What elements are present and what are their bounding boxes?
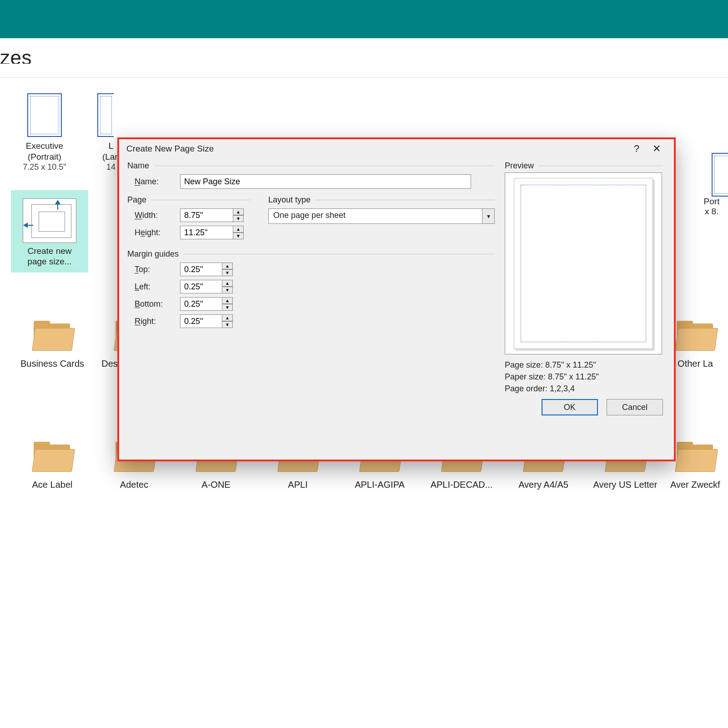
folder-icon [32,442,73,475]
left-label: Left: [135,282,174,292]
left-up[interactable]: ▲ [222,280,233,287]
template-label: Executive [15,141,74,152]
dialog-title: Create New Page Size [126,144,627,154]
preview-page [514,178,653,349]
page-section-title: Page [127,195,250,205]
folder-label: Aver Zweckfo [670,479,720,490]
preview-margin [521,185,646,342]
cancel-button[interactable]: Cancel [607,399,663,415]
height-down[interactable]: ▼ [233,233,244,239]
page-order-info: Page order: 1,2,3,4 [505,383,663,394]
layout-select[interactable]: One page per sheet ▾ [268,208,495,224]
template-cut-right[interactable]: Port x 8. [695,153,728,217]
bottom-down[interactable]: ▼ [222,304,233,311]
ribbon-bar [0,0,728,38]
height-up[interactable]: ▲ [233,226,244,233]
right-label: Right: [135,317,174,326]
template-label: Port [695,197,728,207]
right-input[interactable] [180,314,222,328]
preview-box [505,172,662,354]
margins-fieldset: Margin guides Top: ▲▼ Left: ▲▼ Bottom: ▲… [127,249,495,328]
ok-button[interactable]: OK [542,399,598,415]
folder-label: Adetec [97,479,171,490]
page-title: zes [0,46,728,64]
page-size-info: Page size: 8.75" x 11.25" [505,359,663,371]
folder-ace-label[interactable]: Ace Label [15,442,89,490]
bottom-label: Bottom: [135,299,174,309]
width-label: Width: [135,211,174,220]
left-spinner[interactable]: ▲▼ [180,280,233,293]
folder-label: Avery A4/A5 [507,479,580,490]
folder-business-cards[interactable]: Business Cards [15,321,89,369]
template-executive[interactable]: Executive (Portrait) 7.25 x 10.5" [15,93,74,172]
template-size: 7.25 x 10.5" [15,162,74,172]
create-label-1: Create new [15,246,85,257]
margins-section-title: Margin guides [127,249,495,259]
chevron-down-icon[interactable]: ▾ [482,208,495,224]
folder-label: Other La [670,358,720,369]
create-new-page-size-tile[interactable]: Create new page size... [11,190,88,273]
top-up[interactable]: ▲ [222,263,233,269]
create-new-thumb [23,198,76,243]
name-label: Name: [135,177,174,187]
folder-other-labels[interactable]: Other La [670,321,720,369]
name-section-title: Name [127,161,495,171]
create-page-size-dialog: Create New Page Size ? ✕ Name Name: Page… [117,137,676,461]
height-spinner[interactable]: ▲▼ [180,226,244,239]
layout-section-title: Layout type [268,195,495,205]
folder-label: Ace Label [15,479,89,490]
close-button[interactable]: ✕ [647,139,667,158]
top-down[interactable]: ▼ [222,269,233,276]
top-label: Top: [135,265,174,274]
width-down[interactable]: ▼ [233,215,244,222]
bottom-input[interactable] [180,297,222,311]
folder-icon [675,442,716,475]
folder-icon [675,321,716,354]
height-input[interactable] [180,226,233,239]
name-input[interactable] [180,174,471,189]
folder-label: A-ONE [179,479,253,490]
right-spinner[interactable]: ▲▼ [180,314,233,328]
top-spinner[interactable]: ▲▼ [180,263,233,276]
folder-label: APLI-AGIPA [343,479,417,490]
folder-label: APLI [261,479,335,490]
template-thumb [27,93,62,137]
width-up[interactable]: ▲ [233,208,244,215]
height-label: Height: [135,228,174,238]
page-title-area: zes [0,38,728,64]
template-label-2: (Portrait) [15,152,74,162]
page-fieldset: Page Width: ▲▼ Height: ▲▼ [127,195,250,243]
template-size: x 8. [695,207,728,217]
folder-label: Avery US Letter [588,479,662,490]
help-button[interactable]: ? [627,139,647,158]
left-down[interactable]: ▼ [222,287,233,293]
folder-label: Business Cards [15,358,89,369]
layout-fieldset: Layout type One page per sheet ▾ [268,195,495,224]
bottom-spinner[interactable]: ▲▼ [180,297,233,311]
right-up[interactable]: ▲ [222,314,233,321]
top-input[interactable] [180,263,222,276]
folder-icon [32,321,73,354]
bottom-up[interactable]: ▲ [222,297,233,304]
paper-size-info: Paper size: 8.75" x 11.25" [505,371,663,383]
dialog-titlebar[interactable]: Create New Page Size ? ✕ [119,139,674,158]
create-label-2: page size... [15,256,85,267]
layout-value: One page per sheet [268,208,482,224]
preview-section-title: Preview [505,161,663,171]
folder-avery-zweckform[interactable]: Aver Zweckfo [670,442,720,490]
left-input[interactable] [180,280,222,293]
width-spinner[interactable]: ▲▼ [180,208,244,222]
right-down[interactable]: ▼ [222,321,233,328]
template-thumb [97,93,114,137]
name-fieldset: Name Name: [127,161,495,189]
width-input[interactable] [180,208,233,222]
folder-label: APLI-DECAD... [425,479,498,490]
